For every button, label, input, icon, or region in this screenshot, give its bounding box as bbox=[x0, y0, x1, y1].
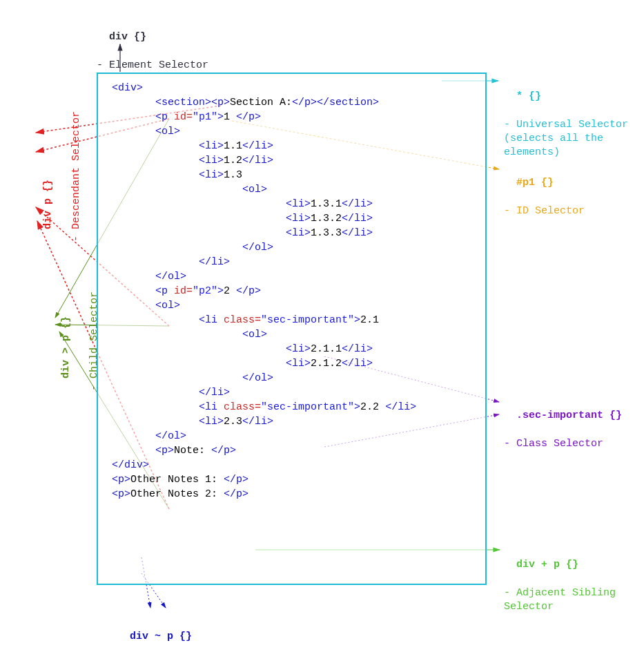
label-id-selector: #p1 {} - ID Selector bbox=[504, 162, 585, 232]
label-class-selector: .sec-important {} - Class Selector bbox=[504, 395, 622, 465]
label-universal-selector: * {} - Universal Selector (selects all t… bbox=[504, 76, 628, 174]
label-general-sibling-selector: div ~ p {} - General Sibling Selector bbox=[117, 616, 279, 652]
label-adjacent-sibling-selector: div + p {} - Adjacent Sibling Selector bbox=[504, 544, 616, 629]
code-block: <div> <section><p>Section A:</p></sectio… bbox=[97, 73, 487, 585]
label-descendant-selector: div p {} - Descendant Selector bbox=[28, 111, 97, 242]
